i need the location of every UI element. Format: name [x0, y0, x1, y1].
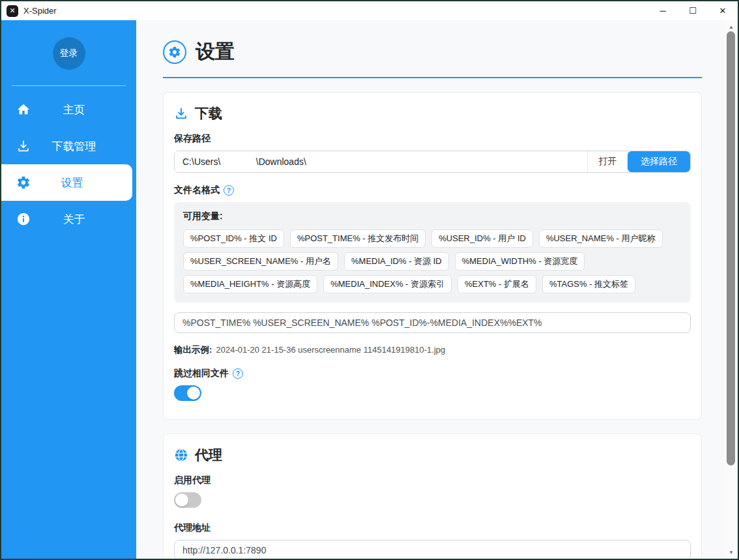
skip-same-toggle[interactable]	[174, 385, 201, 401]
variable-chip[interactable]: %USER_SCREEN_NAME% - 用户名	[183, 252, 338, 271]
main-scrollbar[interactable]: ▲ ▼	[725, 20, 738, 559]
page-title: 设置	[196, 38, 235, 65]
home-icon	[16, 102, 31, 117]
sidebar-item-about[interactable]: 关于	[1, 201, 136, 237]
scrollbar-thumb[interactable]	[727, 31, 735, 465]
variable-chip[interactable]: %MEDIA_ID% - 资源 ID	[344, 252, 449, 271]
choose-path-button[interactable]: 选择路径	[628, 151, 690, 172]
download-section-title: 下载	[195, 104, 222, 123]
proxy-address-label: 代理地址	[174, 522, 691, 534]
download-icon	[16, 138, 31, 154]
open-path-button[interactable]: 打开	[587, 151, 628, 172]
proxy-address-input[interactable]	[174, 540, 691, 560]
variable-chip[interactable]: %MEDIA_INDEX% - 资源索引	[323, 275, 452, 293]
variable-chip[interactable]: %USER_ID% - 用户 ID	[431, 229, 533, 248]
minimize-button[interactable]: ─	[648, 1, 678, 20]
sidebar-item-settings[interactable]: 设置	[1, 164, 132, 201]
variables-label: 可用变量:	[183, 211, 682, 222]
app-title: X-Spider	[23, 6, 57, 16]
variable-chip[interactable]: %TAGS% - 推文标签	[542, 275, 635, 293]
title-bar: ✕ X-Spider ─ ☐ ✕	[1, 1, 738, 20]
scroll-down-icon[interactable]: ▼	[725, 547, 738, 557]
output-example: 输出示例: 2024-01-20 21-15-36 userscreenname…	[174, 344, 691, 356]
settings-page: 设置 下载 保存路径 打开 选择路径 文件名格式 ? 可用变量:	[136, 20, 725, 559]
variable-chip[interactable]: %MEDIA_WIDTH% - 资源宽度	[455, 252, 585, 271]
output-example-label: 输出示例:	[174, 344, 212, 356]
save-path-group: 打开 选择路径	[174, 151, 691, 173]
output-example-value: 2024-01-20 21-15-36 userscreenname 11451…	[216, 345, 446, 355]
filename-format-help-icon[interactable]: ?	[224, 185, 234, 196]
login-button[interactable]: 登录	[53, 37, 85, 70]
gear-icon	[16, 175, 31, 190]
filename-format-label: 文件名格式 ?	[174, 184, 691, 196]
variable-chip[interactable]: %POST_TIME% - 推文发布时间	[290, 229, 426, 248]
proxy-settings-card: 代理 启用代理 代理地址	[163, 434, 702, 560]
enable-proxy-toggle[interactable]	[174, 492, 201, 508]
sidebar-item-label: 主页	[31, 102, 136, 117]
variable-chip[interactable]: %USER_NAME% - 用户昵称	[539, 229, 663, 248]
save-path-label: 保存路径	[174, 133, 691, 145]
enable-proxy-label: 启用代理	[174, 475, 691, 486]
sidebar-item-downloads[interactable]: 下载管理	[1, 128, 136, 164]
app-logo-icon: ✕	[7, 5, 18, 17]
variable-chip[interactable]: %POST_ID% - 推文 ID	[183, 229, 284, 248]
download-section-icon	[174, 106, 188, 121]
scroll-up-icon[interactable]: ▲	[725, 22, 738, 32]
sidebar-divider	[12, 85, 126, 86]
save-path-input[interactable]	[175, 151, 587, 172]
close-button[interactable]: ✕	[708, 1, 738, 20]
app-window: ✕ X-Spider ─ ☐ ✕ 登录 主页 下载管理	[0, 0, 739, 560]
variable-chip[interactable]: %MEDIA_HEIGHT% - 资源高度	[183, 275, 317, 293]
download-settings-card: 下载 保存路径 打开 选择路径 文件名格式 ? 可用变量: %POST_ID% …	[163, 92, 702, 420]
proxy-section-title: 代理	[195, 446, 222, 464]
skip-same-help-icon[interactable]: ?	[233, 368, 243, 379]
globe-icon	[174, 448, 188, 462]
window-controls: ─ ☐ ✕	[648, 1, 738, 20]
filename-format-input[interactable]	[174, 312, 691, 333]
sidebar-item-home[interactable]: 主页	[1, 91, 136, 128]
variable-chip[interactable]: %EXT% - 扩展名	[457, 275, 536, 293]
sidebar-item-label: 下载管理	[31, 139, 136, 154]
sidebar-item-label: 关于	[31, 212, 136, 227]
header-divider	[163, 77, 702, 78]
info-icon	[16, 211, 31, 227]
page-header: 设置	[163, 38, 725, 65]
sidebar: 登录 主页 下载管理 设置 关于	[1, 20, 136, 559]
variables-panel: 可用变量: %POST_ID% - 推文 ID%POST_TIME% - 推文发…	[174, 202, 691, 302]
settings-gear-icon	[163, 40, 186, 64]
variables-list: %POST_ID% - 推文 ID%POST_TIME% - 推文发布时间%US…	[183, 229, 682, 293]
skip-same-label: 跳过相同文件 ?	[174, 368, 691, 379]
maximize-button[interactable]: ☐	[678, 1, 708, 20]
sidebar-item-label: 设置	[31, 175, 132, 190]
